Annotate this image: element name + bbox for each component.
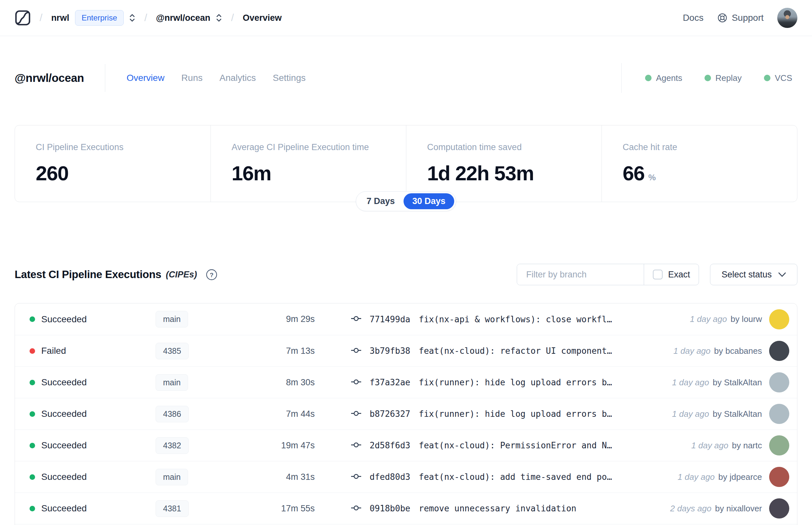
nx-cloud-logo-icon[interactable] bbox=[15, 10, 31, 26]
branch-badge: main bbox=[156, 374, 188, 391]
user-avatar[interactable] bbox=[777, 8, 797, 28]
commit-text: f37a32aefix(runner): hide log upload err… bbox=[370, 377, 612, 387]
status-cell: Succeeded bbox=[30, 409, 156, 419]
docs-link[interactable]: Docs bbox=[683, 13, 704, 23]
avatar bbox=[769, 372, 789, 392]
branch-badge: 4382 bbox=[156, 437, 189, 454]
time-ago: 1 day ago bbox=[691, 440, 728, 451]
branch-badge: 4385 bbox=[156, 343, 189, 359]
breadcrumb-org[interactable]: nrwl bbox=[51, 13, 70, 23]
tab-runs[interactable]: Runs bbox=[181, 73, 202, 83]
branch-cell: main bbox=[156, 311, 256, 328]
commit-hash: b8726327 bbox=[370, 409, 410, 419]
breadcrumb-separator: / bbox=[40, 12, 43, 24]
breadcrumb-workspace[interactable]: @nrwl/ocean bbox=[156, 13, 210, 23]
status-cell: Succeeded bbox=[30, 314, 156, 325]
time-ago: 1 day ago bbox=[672, 409, 709, 419]
exact-toggle[interactable]: Exact bbox=[644, 264, 699, 285]
table-row[interactable]: Succeeded main 9m 29s 771499dafix(nx-api… bbox=[15, 303, 797, 335]
exact-checkbox[interactable] bbox=[653, 270, 663, 280]
docs-label: Docs bbox=[683, 13, 704, 23]
table-row[interactable]: Succeeded 4386 7m 44s b8726327fix(runner… bbox=[15, 398, 797, 430]
table-row[interactable]: Succeeded main 8m 30s f37a32aefix(runner… bbox=[15, 366, 797, 398]
git-commit-icon bbox=[351, 408, 361, 420]
table-row[interactable]: Succeeded 4381 17m 55s 0918b0beremove un… bbox=[15, 493, 797, 524]
time-ago: 1 day ago bbox=[677, 472, 715, 482]
section-title: Latest CI Pipeline Executions bbox=[15, 268, 162, 281]
cipe-table: Succeeded main 9m 29s 771499dafix(nx-api… bbox=[15, 303, 797, 525]
commit-message: feat(nx-cloud): refactor UI component… bbox=[419, 346, 612, 356]
row-meta: 1 day ago by StalkAltan bbox=[672, 404, 789, 424]
stat-cards: CI Pipeline Executions 260 Average CI Pi… bbox=[15, 125, 797, 202]
commit-text: 2d58f6d3feat(nx-cloud): PermissionError … bbox=[370, 440, 612, 450]
range-option-30-days[interactable]: 30 Days bbox=[403, 193, 454, 209]
branch-badge: 4386 bbox=[156, 406, 189, 422]
service-status-list: Agents Replay VCS bbox=[645, 73, 797, 83]
section-subtitle: (CIPEs) bbox=[166, 270, 197, 280]
support-link[interactable]: Support bbox=[717, 13, 764, 23]
breadcrumb-page: Overview bbox=[243, 13, 281, 23]
workspace-switcher-chevron-icon[interactable] bbox=[215, 13, 223, 23]
workspace-tabs: Overview Runs Analytics Settings bbox=[127, 73, 306, 83]
git-commit-icon bbox=[351, 503, 361, 514]
tab-overview[interactable]: Overview bbox=[127, 73, 165, 83]
cipe-filters: Exact Select status bbox=[517, 264, 797, 285]
stats-section: CI Pipeline Executions 260 Average CI Pi… bbox=[15, 125, 797, 202]
status-dot bbox=[30, 348, 35, 354]
breadcrumb-separator: / bbox=[231, 12, 234, 24]
status-dot bbox=[30, 506, 35, 511]
org-switcher-chevron-icon[interactable] bbox=[128, 13, 136, 23]
status-dot bbox=[30, 316, 35, 322]
stat-card-average-execution-time: Average CI Pipeline Execution time 16m bbox=[211, 125, 406, 202]
branch-filter-group: Exact bbox=[517, 264, 699, 285]
support-label: Support bbox=[732, 13, 764, 23]
commit-message: feat(nx-cloud): add time-saved end po… bbox=[419, 472, 612, 482]
duration-cell: 8m 30s bbox=[256, 377, 315, 388]
service-agents[interactable]: Agents bbox=[645, 73, 683, 83]
tab-analytics[interactable]: Analytics bbox=[219, 73, 256, 83]
help-icon[interactable]: ? bbox=[205, 269, 218, 281]
divider bbox=[621, 63, 622, 93]
status-select-button[interactable]: Select status bbox=[710, 264, 797, 285]
commit-hash: dfed80d3 bbox=[370, 472, 410, 482]
status-dot bbox=[30, 411, 35, 417]
commit-text: dfed80d3feat(nx-cloud): add time-saved e… bbox=[370, 472, 612, 482]
commit-message: fix(runner): hide log upload errors b… bbox=[419, 377, 612, 387]
enterprise-badge: Enterprise bbox=[75, 10, 123, 26]
author: by lourw bbox=[731, 314, 762, 324]
commit-hash: 771499da bbox=[370, 314, 410, 324]
workspace-title: @nrwl/ocean bbox=[15, 72, 84, 85]
avatar bbox=[769, 467, 789, 487]
avatar bbox=[769, 435, 789, 455]
table-row[interactable]: Succeeded 4382 19m 47s 2d58f6d3feat(nx-c… bbox=[15, 430, 797, 461]
commit-text: 3b79fb38feat(nx-cloud): refactor UI comp… bbox=[370, 346, 612, 356]
branch-badge: main bbox=[156, 469, 188, 485]
commit-cell: dfed80d3feat(nx-cloud): add time-saved e… bbox=[351, 471, 671, 483]
author: by StalkAltan bbox=[713, 409, 762, 419]
table-row[interactable]: Succeeded main 4m 31s dfed80d3feat(nx-cl… bbox=[15, 461, 797, 493]
commit-cell: b8726327fix(runner): hide log upload err… bbox=[351, 408, 665, 420]
time-ago: 1 day ago bbox=[672, 377, 709, 388]
author: by nartc bbox=[732, 440, 762, 451]
tab-settings[interactable]: Settings bbox=[273, 73, 306, 83]
row-meta: 1 day ago by lourw bbox=[690, 309, 789, 329]
git-commit-icon bbox=[351, 440, 361, 451]
svg-text:?: ? bbox=[210, 272, 213, 279]
range-option-7-days[interactable]: 7 Days bbox=[357, 193, 403, 209]
table-row[interactable]: Failed 4385 7m 13s 3b79fb38feat(nx-cloud… bbox=[15, 335, 797, 366]
branch-badge: 4381 bbox=[156, 500, 189, 517]
status-dot bbox=[30, 443, 35, 448]
branch-filter-input[interactable] bbox=[517, 264, 644, 285]
service-replay[interactable]: Replay bbox=[704, 73, 742, 83]
duration-cell: 7m 44s bbox=[256, 409, 315, 419]
branch-cell: 4382 bbox=[156, 437, 256, 454]
avatar bbox=[769, 404, 789, 424]
service-vcs[interactable]: VCS bbox=[764, 73, 792, 83]
git-commit-icon bbox=[351, 471, 361, 483]
avatar bbox=[769, 309, 789, 329]
breadcrumb-separator: / bbox=[144, 12, 148, 24]
commit-message: fix(nx-api & workflows): close workfl… bbox=[419, 314, 612, 324]
commit-message: fix(runner): hide log upload errors b… bbox=[419, 409, 612, 419]
row-meta: 1 day ago by bcabanes bbox=[673, 341, 789, 361]
green-status-dot bbox=[645, 75, 652, 81]
